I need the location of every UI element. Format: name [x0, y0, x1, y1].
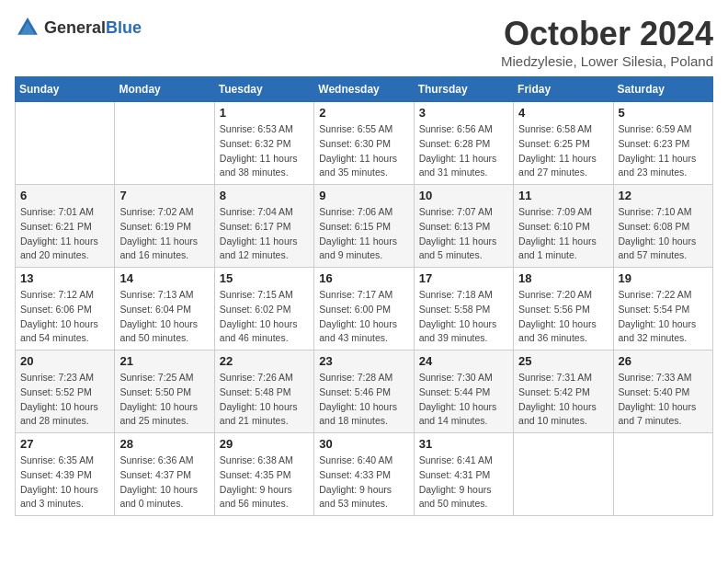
day-detail: Sunrise: 7:31 AMSunset: 5:42 PMDaylight:…	[518, 371, 608, 429]
day-number: 6	[20, 189, 109, 202]
logo: GeneralBlue	[15, 15, 142, 40]
calendar-week-row: 27Sunrise: 6:35 AMSunset: 4:39 PMDayligh…	[16, 433, 713, 516]
weekday-header: Monday	[115, 77, 214, 102]
logo-blue: Blue	[106, 18, 142, 37]
day-detail: Sunrise: 7:30 AMSunset: 5:44 PMDaylight:…	[419, 371, 508, 429]
calendar-cell: 9Sunrise: 7:06 AMSunset: 6:15 PMDaylight…	[314, 185, 414, 268]
day-detail: Sunrise: 7:12 AMSunset: 6:06 PMDaylight:…	[20, 288, 109, 346]
weekday-header: Sunday	[16, 77, 115, 102]
day-detail: Sunrise: 7:17 AMSunset: 6:00 PMDaylight:…	[319, 288, 408, 346]
calendar-cell: 17Sunrise: 7:18 AMSunset: 5:58 PMDayligh…	[414, 268, 513, 350]
day-detail: Sunrise: 7:04 AMSunset: 6:17 PMDaylight:…	[220, 205, 309, 263]
calendar-cell: 30Sunrise: 6:40 AMSunset: 4:33 PMDayligh…	[314, 433, 414, 516]
day-detail: Sunrise: 6:35 AMSunset: 4:39 PMDaylight:…	[20, 454, 109, 511]
day-number: 23	[319, 354, 408, 368]
day-number: 10	[419, 189, 508, 202]
day-detail: Sunrise: 6:41 AMSunset: 4:31 PMDaylight:…	[419, 454, 508, 511]
calendar-cell: 18Sunrise: 7:20 AMSunset: 5:56 PMDayligh…	[514, 268, 613, 350]
calendar-cell: 11Sunrise: 7:09 AMSunset: 6:10 PMDayligh…	[514, 185, 613, 268]
calendar-cell: 20Sunrise: 7:23 AMSunset: 5:52 PMDayligh…	[16, 350, 115, 433]
day-number: 2	[319, 106, 408, 120]
day-number: 5	[619, 106, 708, 120]
calendar-week-row: 20Sunrise: 7:23 AMSunset: 5:52 PMDayligh…	[16, 350, 713, 433]
calendar-cell: 8Sunrise: 7:04 AMSunset: 6:17 PMDaylight…	[214, 185, 313, 268]
day-detail: Sunrise: 7:13 AMSunset: 6:04 PMDaylight:…	[119, 288, 209, 346]
day-number: 8	[220, 189, 309, 202]
day-number: 31	[419, 437, 508, 451]
weekday-header: Wednesday	[314, 77, 414, 102]
weekday-header: Tuesday	[214, 77, 313, 102]
day-number: 4	[518, 106, 608, 120]
day-number: 14	[119, 271, 209, 285]
day-detail: Sunrise: 7:10 AMSunset: 6:08 PMDaylight:…	[619, 205, 708, 263]
day-number: 27	[20, 437, 109, 451]
day-number: 1	[220, 106, 309, 120]
calendar-table: SundayMondayTuesdayWednesdayThursdayFrid…	[15, 76, 713, 516]
day-detail: Sunrise: 6:58 AMSunset: 6:25 PMDaylight:…	[518, 122, 608, 180]
day-detail: Sunrise: 6:38 AMSunset: 4:35 PMDaylight:…	[220, 454, 309, 511]
logo-icon	[15, 15, 40, 40]
calendar-cell: 13Sunrise: 7:12 AMSunset: 6:06 PMDayligh…	[16, 268, 115, 350]
weekday-header-row: SundayMondayTuesdayWednesdayThursdayFrid…	[16, 77, 713, 102]
weekday-header: Friday	[514, 77, 613, 102]
calendar-cell: 5Sunrise: 6:59 AMSunset: 6:23 PMDaylight…	[613, 102, 712, 185]
calendar-cell: 2Sunrise: 6:55 AMSunset: 6:30 PMDaylight…	[314, 102, 414, 185]
day-number: 29	[220, 437, 309, 451]
day-number: 24	[419, 354, 508, 368]
calendar-cell	[115, 102, 214, 185]
title-block: October 2024 Miedzylesie, Lower Silesia,…	[501, 15, 713, 69]
day-number: 13	[20, 271, 109, 285]
day-detail: Sunrise: 6:40 AMSunset: 4:33 PMDaylight:…	[319, 454, 408, 511]
calendar-cell: 7Sunrise: 7:02 AMSunset: 6:19 PMDaylight…	[115, 185, 214, 268]
calendar-cell: 23Sunrise: 7:28 AMSunset: 5:46 PMDayligh…	[314, 350, 414, 433]
calendar-cell: 3Sunrise: 6:56 AMSunset: 6:28 PMDaylight…	[414, 102, 513, 185]
day-detail: Sunrise: 7:07 AMSunset: 6:13 PMDaylight:…	[419, 205, 508, 263]
day-detail: Sunrise: 7:22 AMSunset: 5:54 PMDaylight:…	[619, 288, 708, 346]
calendar-cell	[613, 433, 712, 516]
calendar-cell: 31Sunrise: 6:41 AMSunset: 4:31 PMDayligh…	[414, 433, 513, 516]
day-detail: Sunrise: 7:25 AMSunset: 5:50 PMDaylight:…	[119, 371, 209, 429]
weekday-header: Saturday	[613, 77, 712, 102]
day-detail: Sunrise: 7:15 AMSunset: 6:02 PMDaylight:…	[220, 288, 309, 346]
weekday-header: Thursday	[414, 77, 513, 102]
day-number: 7	[119, 189, 209, 202]
day-detail: Sunrise: 7:01 AMSunset: 6:21 PMDaylight:…	[20, 205, 109, 263]
day-detail: Sunrise: 7:33 AMSunset: 5:40 PMDaylight:…	[619, 371, 708, 429]
calendar-cell: 10Sunrise: 7:07 AMSunset: 6:13 PMDayligh…	[414, 185, 513, 268]
day-number: 9	[319, 189, 408, 202]
day-detail: Sunrise: 7:23 AMSunset: 5:52 PMDaylight:…	[20, 371, 109, 429]
day-number: 17	[419, 271, 508, 285]
calendar-cell: 4Sunrise: 6:58 AMSunset: 6:25 PMDaylight…	[514, 102, 613, 185]
day-number: 15	[220, 271, 309, 285]
calendar-week-row: 6Sunrise: 7:01 AMSunset: 6:21 PMDaylight…	[16, 185, 713, 268]
calendar-cell: 22Sunrise: 7:26 AMSunset: 5:48 PMDayligh…	[214, 350, 313, 433]
day-number: 28	[119, 437, 209, 451]
calendar-cell: 21Sunrise: 7:25 AMSunset: 5:50 PMDayligh…	[115, 350, 214, 433]
calendar-cell: 12Sunrise: 7:10 AMSunset: 6:08 PMDayligh…	[613, 185, 712, 268]
day-detail: Sunrise: 7:26 AMSunset: 5:48 PMDaylight:…	[220, 371, 309, 429]
day-detail: Sunrise: 7:02 AMSunset: 6:19 PMDaylight:…	[119, 205, 209, 263]
day-detail: Sunrise: 7:09 AMSunset: 6:10 PMDaylight:…	[518, 205, 608, 263]
calendar-week-row: 1Sunrise: 6:53 AMSunset: 6:32 PMDaylight…	[16, 102, 713, 185]
calendar-cell: 28Sunrise: 6:36 AMSunset: 4:37 PMDayligh…	[115, 433, 214, 516]
day-number: 26	[619, 354, 708, 368]
calendar-cell: 25Sunrise: 7:31 AMSunset: 5:42 PMDayligh…	[514, 350, 613, 433]
day-detail: Sunrise: 7:18 AMSunset: 5:58 PMDaylight:…	[419, 288, 508, 346]
day-number: 30	[319, 437, 408, 451]
logo-general: General	[44, 18, 106, 37]
day-number: 22	[220, 354, 309, 368]
calendar-cell: 27Sunrise: 6:35 AMSunset: 4:39 PMDayligh…	[16, 433, 115, 516]
day-detail: Sunrise: 7:20 AMSunset: 5:56 PMDaylight:…	[518, 288, 608, 346]
calendar-week-row: 13Sunrise: 7:12 AMSunset: 6:06 PMDayligh…	[16, 268, 713, 350]
day-number: 12	[619, 189, 708, 202]
day-number: 21	[119, 354, 209, 368]
day-detail: Sunrise: 7:28 AMSunset: 5:46 PMDaylight:…	[319, 371, 408, 429]
calendar-cell	[16, 102, 115, 185]
day-detail: Sunrise: 6:59 AMSunset: 6:23 PMDaylight:…	[619, 122, 708, 180]
day-number: 19	[619, 271, 708, 285]
calendar-cell: 24Sunrise: 7:30 AMSunset: 5:44 PMDayligh…	[414, 350, 513, 433]
calendar-cell: 15Sunrise: 7:15 AMSunset: 6:02 PMDayligh…	[214, 268, 313, 350]
day-number: 16	[319, 271, 408, 285]
calendar-cell: 29Sunrise: 6:38 AMSunset: 4:35 PMDayligh…	[214, 433, 313, 516]
day-number: 25	[518, 354, 608, 368]
